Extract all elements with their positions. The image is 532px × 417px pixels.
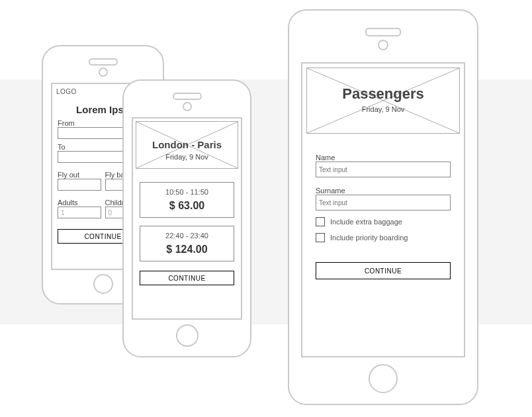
phone-speaker (365, 28, 401, 36)
continue-button[interactable]: CONTINUE (140, 271, 234, 285)
checkbox-label: Include priority boarding (330, 234, 408, 242)
page-date: Friday, 9 Nov (307, 103, 459, 120)
phone-sensor (378, 40, 388, 50)
phone-speaker (173, 93, 202, 100)
name-input[interactable] (316, 162, 451, 177)
flyout-input[interactable] (58, 179, 101, 191)
header-box: London - Paris Friday, 9 Nov (136, 121, 238, 169)
home-button[interactable] (369, 364, 398, 393)
route-date: Friday, 9 Nov (136, 150, 238, 167)
adults-stepper[interactable] (58, 207, 101, 218)
checkbox-priority-boarding[interactable]: Include priority boarding (316, 233, 451, 242)
label-flyout: Fly out (58, 171, 101, 179)
flight-time: 10:50 - 11:50 (143, 188, 231, 196)
flight-price: $ 63.00 (143, 200, 231, 212)
screen-passengers: LOGO Passengers Friday, 9 Nov Name Surna… (301, 62, 465, 357)
phone-speaker (89, 58, 118, 66)
home-button[interactable] (93, 274, 113, 294)
logo: LOGO (56, 88, 77, 95)
label-name: Name (316, 154, 451, 162)
flight-card[interactable]: 22:40 - 23:40 $ 124.00 (140, 226, 234, 261)
home-button[interactable] (176, 324, 199, 347)
phone-flights: LOGO London - Paris Friday, 9 Nov 10:50 … (122, 79, 251, 357)
label-adults: Adults (58, 199, 101, 207)
continue-button[interactable]: CONTINUE (316, 262, 451, 279)
phone-passengers: LOGO Passengers Friday, 9 Nov Name Surna… (288, 9, 478, 405)
header-box: Passengers Friday, 9 Nov (306, 68, 460, 134)
route-title: London - Paris (136, 122, 238, 150)
label-surname: Surname (316, 187, 451, 195)
checkbox-icon (316, 217, 325, 226)
flight-card[interactable]: 10:50 - 11:50 $ 63.00 (140, 182, 234, 218)
checkbox-icon (316, 233, 325, 242)
phone-sensor (183, 102, 192, 111)
checkbox-label: Include extra baggage (330, 218, 402, 226)
screen-flights: LOGO London - Paris Friday, 9 Nov 10:50 … (132, 117, 242, 320)
checkbox-extra-baggage[interactable]: Include extra baggage (316, 217, 451, 226)
surname-input[interactable] (316, 195, 451, 210)
flight-time: 22:40 - 23:40 (143, 232, 231, 240)
page-title: Passengers (307, 68, 459, 103)
flight-price: $ 124.00 (143, 244, 231, 255)
phone-sensor (99, 68, 108, 77)
